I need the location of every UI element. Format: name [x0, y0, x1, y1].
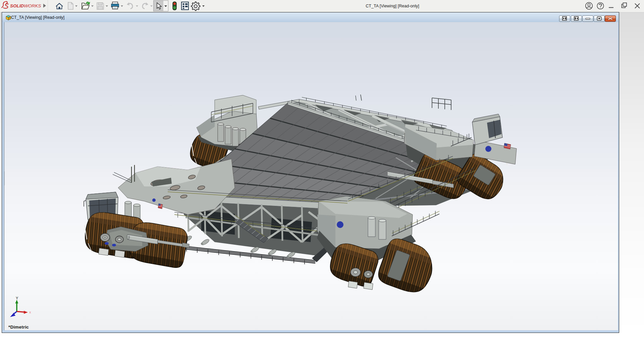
svg-text:z: z — [13, 312, 15, 315]
svg-text:x: x — [29, 310, 31, 314]
svg-text:Y: Y — [16, 296, 18, 300]
